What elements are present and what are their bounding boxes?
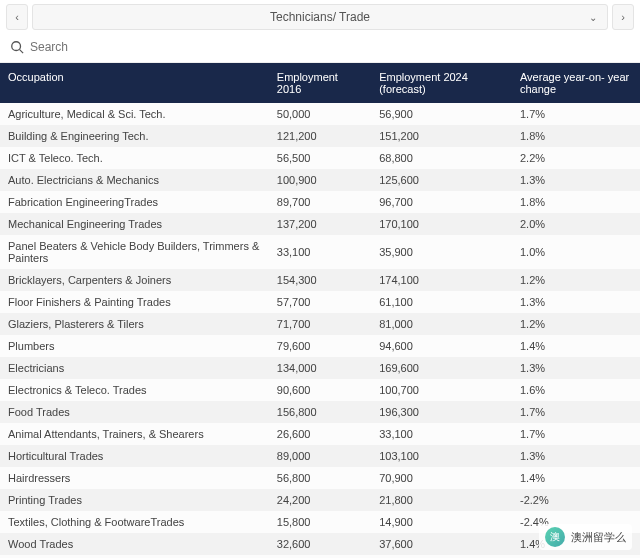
cell-emp2016: 57,700 — [269, 291, 371, 313]
table-row[interactable]: Building & Engineering Tech.121,200151,2… — [0, 125, 640, 147]
cell-change: 1.3% — [512, 357, 640, 379]
cell-emp2024: 103,100 — [371, 445, 512, 467]
table-row[interactable]: Auto. Electricians & Mechanics100,900125… — [0, 169, 640, 191]
cell-emp2024: 170,100 — [371, 213, 512, 235]
cell-emp2024: 96,700 — [371, 191, 512, 213]
chevron-left-icon: ‹ — [15, 11, 19, 23]
cell-emp2024: 151,200 — [371, 125, 512, 147]
cell-occupation: Bricklayers, Carpenters & Joiners — [0, 269, 269, 291]
cell-emp2024: 56,900 — [371, 103, 512, 125]
cell-emp2016: 137,200 — [269, 213, 371, 235]
cell-change: 1.4% — [512, 467, 640, 489]
cell-change: 1.3% — [512, 291, 640, 313]
cell-emp2024: 125,600 — [371, 169, 512, 191]
table-row[interactable]: Food Trades156,800196,3001.7% — [0, 401, 640, 423]
table-header-row: Occupation Employment 2016 Employment 20… — [0, 63, 640, 103]
cell-emp2016: 56,800 — [269, 467, 371, 489]
cell-change: 1.3% — [512, 169, 640, 191]
table-row[interactable]: Hairdressers56,80070,9001.4% — [0, 467, 640, 489]
cell-occupation: Animal Attendants, Trainers, & Shearers — [0, 423, 269, 445]
table-row[interactable]: Bricklayers, Carpenters & Joiners154,300… — [0, 269, 640, 291]
cell-emp2024: 169,600 — [371, 357, 512, 379]
cell-occupation: Agriculture, Medical & Sci. Tech. — [0, 103, 269, 125]
cell-emp2016: 89,700 — [269, 191, 371, 213]
cell-change: 1.7% — [512, 103, 640, 125]
table-row[interactable]: Panel Beaters & Vehicle Body Builders, T… — [0, 235, 640, 269]
watermark-logo-icon: 澳 — [545, 527, 565, 547]
table-row[interactable]: Horticultural Trades89,000103,1001.3% — [0, 445, 640, 467]
cell-occupation: Textiles, Clothing & FootwareTrades — [0, 511, 269, 533]
cell-change: 1.4% — [512, 335, 640, 357]
cell-occupation: Mechanical Engineering Trades — [0, 213, 269, 235]
cell-emp2016: 121,200 — [269, 125, 371, 147]
cell-emp2016: 56,500 — [269, 147, 371, 169]
cell-occupation: Building & Engineering Tech. — [0, 125, 269, 147]
cell-emp2016: 89,000 — [269, 445, 371, 467]
cell-occupation: Plumbers — [0, 335, 269, 357]
cell-change: 2.0% — [512, 213, 640, 235]
search-input[interactable] — [30, 40, 630, 54]
col-change[interactable]: Average year-on- year change — [512, 63, 640, 103]
cell-occupation: Electricians — [0, 357, 269, 379]
cell-emp2016: 24,200 — [269, 489, 371, 511]
cell-change: 2.2% — [512, 147, 640, 169]
cell-emp2016: 134,000 — [269, 357, 371, 379]
search-bar[interactable] — [0, 34, 640, 63]
cell-emp2024: 33,100 — [371, 423, 512, 445]
col-occupation[interactable]: Occupation — [0, 63, 269, 103]
cell-occupation: Panel Beaters & Vehicle Body Builders, T… — [0, 235, 269, 269]
cell-emp2024: 94,600 — [371, 335, 512, 357]
cell-change: 1.3% — [512, 445, 640, 467]
cell-emp2024: 14,900 — [371, 511, 512, 533]
cell-occupation: Floor Finishers & Painting Trades — [0, 291, 269, 313]
cell-emp2016: 15,800 — [269, 511, 371, 533]
category-dropdown[interactable]: Technicians/ Trade ⌄ — [32, 4, 608, 30]
cell-emp2016: 71,700 — [269, 313, 371, 335]
table-row[interactable]: Glaziers, Plasterers & Tilers71,70081,00… — [0, 313, 640, 335]
cell-emp2016: 79,600 — [269, 335, 371, 357]
cell-occupation: Auto. Electricians & Mechanics — [0, 169, 269, 191]
table-row[interactable]: Agriculture, Medical & Sci. Tech.50,0005… — [0, 103, 640, 125]
cell-emp2016: 50,000 — [269, 103, 371, 125]
cell-occupation: Fabrication EngineeringTrades — [0, 191, 269, 213]
cell-change: 1.6% — [512, 379, 640, 401]
cell-emp2024: 174,100 — [371, 269, 512, 291]
cell-occupation: Printing Trades — [0, 489, 269, 511]
chevron-right-icon: › — [621, 11, 625, 23]
table-row[interactable]: Fabrication EngineeringTrades89,70096,70… — [0, 191, 640, 213]
cell-emp2024: 81,000 — [371, 313, 512, 335]
cell-emp2016: 33,100 — [269, 235, 371, 269]
table-row[interactable]: Electricians134,000169,6001.3% — [0, 357, 640, 379]
cell-change: 1.8% — [512, 191, 640, 213]
table-row[interactable]: Printing Trades24,20021,800-2.2% — [0, 489, 640, 511]
col-emp2016[interactable]: Employment 2016 — [269, 63, 371, 103]
table-row[interactable]: Mechanical Engineering Trades137,200170,… — [0, 213, 640, 235]
col-emp2024[interactable]: Employment 2024 (forecast) — [371, 63, 512, 103]
cell-change: 1.2% — [512, 313, 640, 335]
cell-change: 1.0% — [512, 235, 640, 269]
table-row[interactable]: Electronics & Teleco. Trades90,600100,70… — [0, 379, 640, 401]
table-row[interactable]: Plumbers79,60094,6001.4% — [0, 335, 640, 357]
dropdown-label: Technicians/ Trade — [43, 10, 597, 24]
cell-emp2016: 32,600 — [269, 533, 371, 555]
cell-occupation: Hairdressers — [0, 467, 269, 489]
table-row[interactable]: Floor Finishers & Painting Trades57,7006… — [0, 291, 640, 313]
cell-emp2016: 156,800 — [269, 401, 371, 423]
cell-occupation: Glaziers, Plasterers & Tilers — [0, 313, 269, 335]
cell-change: 1.7% — [512, 401, 640, 423]
table-row[interactable]: ICT & Teleco. Tech.56,50068,8002.2% — [0, 147, 640, 169]
cell-change: 1.8% — [512, 125, 640, 147]
cell-occupation: Wood Trades — [0, 533, 269, 555]
cell-emp2024: 35,900 — [371, 235, 512, 269]
prev-button[interactable]: ‹ — [6, 4, 28, 30]
cell-occupation: Horticultural Trades — [0, 445, 269, 467]
cell-emp2024: 70,900 — [371, 467, 512, 489]
table-row[interactable]: Animal Attendants, Trainers, & Shearers2… — [0, 423, 640, 445]
cell-emp2016: 154,300 — [269, 269, 371, 291]
cell-emp2024: 196,300 — [371, 401, 512, 423]
cell-emp2024: 100,700 — [371, 379, 512, 401]
cell-change: 1.2% — [512, 269, 640, 291]
cell-occupation: Food Trades — [0, 401, 269, 423]
next-button[interactable]: › — [612, 4, 634, 30]
cell-emp2024: 37,600 — [371, 533, 512, 555]
